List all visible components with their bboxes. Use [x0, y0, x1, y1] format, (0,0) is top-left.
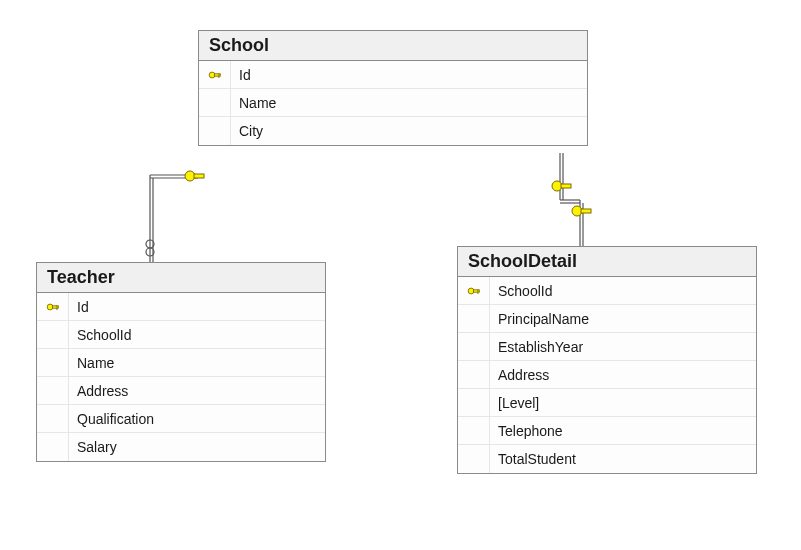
svg-point-16: [572, 206, 582, 216]
pk-cell: [458, 333, 490, 360]
pk-cell: [37, 377, 69, 404]
diagram-canvas: { "tables": { "school": { "title": "Scho…: [0, 0, 801, 550]
svg-rect-17: [581, 209, 591, 213]
table-row[interactable]: Address: [37, 377, 325, 405]
pk-cell: [37, 349, 69, 376]
table-schooldetail[interactable]: SchoolDetail SchoolId PrincipalName Esta…: [457, 246, 757, 474]
table-row[interactable]: Address: [458, 361, 756, 389]
pk-cell: [199, 61, 231, 88]
table-row[interactable]: Qualification: [37, 405, 325, 433]
pk-cell: [458, 389, 490, 416]
svg-rect-5: [194, 174, 204, 178]
table-row[interactable]: Id: [199, 61, 587, 89]
column-name: Address: [69, 383, 325, 399]
svg-point-14: [552, 181, 562, 191]
pk-cell: [199, 117, 231, 145]
table-row[interactable]: Id: [37, 293, 325, 321]
pk-cell: [199, 89, 231, 116]
column-name: [Level]: [490, 395, 756, 411]
table-title: SchoolDetail: [458, 247, 756, 277]
key-icon: [467, 284, 481, 298]
svg-point-4: [185, 171, 195, 181]
column-name: PrincipalName: [490, 311, 756, 327]
table-title: School: [199, 31, 587, 61]
svg-rect-23: [56, 305, 57, 309]
table-row[interactable]: Name: [199, 89, 587, 117]
column-name: TotalStudent: [490, 451, 756, 467]
table-school[interactable]: School Id Name City: [198, 30, 588, 146]
column-name: Id: [231, 67, 587, 83]
pk-cell: [458, 417, 490, 444]
pk-cell: [37, 433, 69, 461]
columns-list: Id SchoolId Name Address Qualification S…: [37, 293, 325, 461]
column-name: Telephone: [490, 423, 756, 439]
column-name: SchoolId: [490, 283, 756, 299]
pk-cell: [37, 405, 69, 432]
table-row[interactable]: Telephone: [458, 417, 756, 445]
pk-cell: [37, 321, 69, 348]
table-row[interactable]: EstablishYear: [458, 333, 756, 361]
column-name: SchoolId: [69, 327, 325, 343]
table-row[interactable]: PrincipalName: [458, 305, 756, 333]
svg-rect-20: [218, 73, 219, 77]
pk-cell: [458, 361, 490, 388]
column-name: EstablishYear: [490, 339, 756, 355]
table-row[interactable]: Name: [37, 349, 325, 377]
table-row[interactable]: [Level]: [458, 389, 756, 417]
column-name: Id: [69, 299, 325, 315]
svg-point-6: [146, 240, 154, 248]
column-name: Qualification: [69, 411, 325, 427]
columns-list: Id Name City: [199, 61, 587, 145]
table-row[interactable]: City: [199, 117, 587, 145]
table-row[interactable]: SchoolId: [458, 277, 756, 305]
svg-rect-15: [561, 184, 571, 188]
table-row[interactable]: TotalStudent: [458, 445, 756, 473]
column-name: Address: [490, 367, 756, 383]
pk-cell: [458, 277, 490, 304]
pk-cell: [458, 305, 490, 332]
pk-cell: [458, 445, 490, 473]
column-name: City: [231, 123, 587, 139]
column-name: Name: [231, 95, 587, 111]
svg-point-7: [146, 248, 154, 256]
column-name: Name: [69, 355, 325, 371]
pk-cell: [37, 293, 69, 320]
table-teacher[interactable]: Teacher Id SchoolId Name Address Qualifi…: [36, 262, 326, 462]
table-row[interactable]: SchoolId: [37, 321, 325, 349]
key-icon: [46, 300, 60, 314]
key-icon: [208, 68, 222, 82]
columns-list: SchoolId PrincipalName EstablishYear Add…: [458, 277, 756, 473]
column-name: Salary: [69, 439, 325, 455]
svg-rect-26: [477, 289, 478, 293]
table-title: Teacher: [37, 263, 325, 293]
table-row[interactable]: Salary: [37, 433, 325, 461]
